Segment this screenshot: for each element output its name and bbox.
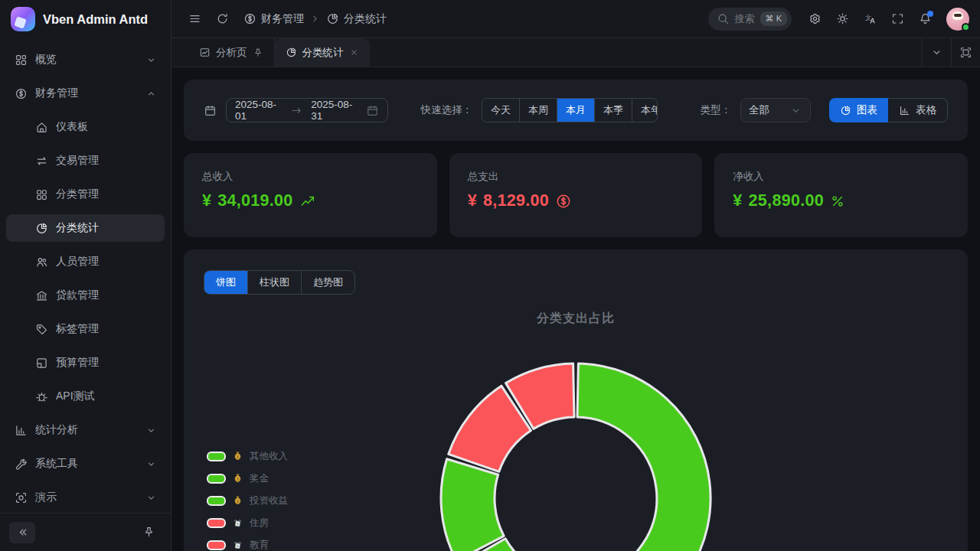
sidebar-item-统计分析[interactable]: 统计分析 <box>6 416 165 444</box>
bar-chart-icon <box>15 424 28 437</box>
sidebar-item-仪表板[interactable]: 仪表板 <box>6 113 165 141</box>
chart-tab-柱状图[interactable]: 柱状图 <box>247 271 301 294</box>
close-tab-icon[interactable] <box>349 47 359 57</box>
svg-text:$: $ <box>237 500 239 504</box>
tab-menu-dropdown-button[interactable] <box>922 38 951 67</box>
quick-select-本周[interactable]: 本周 <box>519 99 557 122</box>
chart-tab-趋势图[interactable]: 趋势图 <box>301 271 354 294</box>
svg-text:$: $ <box>237 455 239 459</box>
sidebar-item-系统工具[interactable]: 系统工具 <box>6 450 165 478</box>
theme-toggle-button[interactable] <box>830 7 854 31</box>
sidebar-item-交易管理[interactable]: 交易管理 <box>6 147 165 174</box>
donut-segment-其他收入[interactable] <box>577 364 710 551</box>
stat-label: 总支出 <box>468 170 684 184</box>
view-toggle-表格[interactable]: 表格 <box>888 98 948 122</box>
chart-legend: $其他收入$奖金$投资收益$住房$教育 <box>207 450 288 551</box>
quick-select-本季[interactable]: 本季 <box>594 99 632 122</box>
chevron-down-icon <box>145 54 157 66</box>
view-toggle: 图表表格 <box>829 98 948 122</box>
money-bag-icon: $ <box>232 451 243 462</box>
sidebar-menu: 概览财务管理仪表板交易管理分类管理分类统计人员管理贷款管理标签管理预算管理API… <box>0 38 171 513</box>
chevron-right-icon <box>309 12 322 25</box>
sidebar-item-分类管理[interactable]: 分类管理 <box>6 181 165 208</box>
sidebar-item-API测试[interactable]: API测试 <box>6 383 165 410</box>
fullscreen-button[interactable] <box>885 7 910 31</box>
pin-sidebar-button[interactable] <box>136 522 162 543</box>
date-range-picker[interactable]: 2025-08-01 2025-08-31 <box>226 98 388 122</box>
legend-item-投资收益[interactable]: $投资收益 <box>207 494 288 507</box>
breadcrumb-label: 分类统计 <box>344 12 387 26</box>
currency-symbol: ¥ <box>202 191 211 210</box>
calendar-icon <box>204 104 217 117</box>
chart-tab-饼图[interactable]: 饼图 <box>204 271 247 294</box>
avatar[interactable] <box>946 8 969 31</box>
trend-up-icon <box>299 193 316 210</box>
sidebar-item-概览[interactable]: 概览 <box>6 46 165 73</box>
sidebar-item-标签管理[interactable]: 标签管理 <box>6 315 165 343</box>
maximize-content-button[interactable] <box>951 38 980 67</box>
stat-amount: 8,129.00 <box>483 191 549 210</box>
tab-分类统计[interactable]: 分类统计 <box>275 38 370 67</box>
percent-icon <box>830 194 845 209</box>
sidebar-item-label: 系统工具 <box>35 457 138 471</box>
sidebar-item-label: 仪表板 <box>56 120 157 134</box>
view-toggle-label: 图表 <box>857 103 877 117</box>
quick-select-label: 快速选择： <box>420 103 472 117</box>
sun-icon <box>836 12 849 25</box>
breadcrumb-item-category-stats[interactable]: 分类统计 <box>326 12 387 26</box>
donut-segment-投资收益[interactable] <box>441 459 504 551</box>
type-label: 类型： <box>701 103 732 117</box>
breadcrumb-item-finance[interactable]: 财务管理 <box>243 12 304 26</box>
tab-分析页[interactable]: 分析页 <box>188 38 275 67</box>
settings-button[interactable] <box>802 7 827 31</box>
app-logo-row[interactable]: Vben Admin Antd <box>0 0 171 38</box>
sidebar-item-分类统计[interactable]: 分类统计 <box>6 214 165 242</box>
sidebar-item-演示[interactable]: 演示 <box>6 484 165 511</box>
refresh-button[interactable] <box>210 7 234 31</box>
quick-select-本年[interactable]: 本年 <box>632 99 658 122</box>
money-bag-icon: $ <box>232 473 243 484</box>
legend-item-住房[interactable]: $住房 <box>207 517 288 530</box>
chevron-up-icon <box>145 88 157 99</box>
search-input[interactable]: 搜索 ⌘ K <box>708 8 792 31</box>
sidebar-item-label: 人员管理 <box>56 255 157 269</box>
pin-icon[interactable] <box>253 47 263 58</box>
stat-amount: 25,890.00 <box>749 191 824 210</box>
header: 财务管理 分类统计 搜索 ⌘ K 文 <box>172 0 980 38</box>
chart-card: 饼图柱状图趋势图 分类支出占比 $其他收入$奖金$投资收益$住房$教育 <box>184 249 968 551</box>
quick-select-今天[interactable]: 今天 <box>482 99 519 122</box>
sidebar-item-财务管理[interactable]: 财务管理 <box>6 80 165 107</box>
sidebar-item-label: 分类管理 <box>56 187 157 201</box>
stat-value: ¥25,890.00 <box>733 191 949 210</box>
sidebar-item-人员管理[interactable]: 人员管理 <box>6 248 165 276</box>
chevron-down-icon <box>145 425 157 436</box>
sidebar-item-label: 分类统计 <box>56 221 157 235</box>
sidebar-item-label: API测试 <box>56 390 157 403</box>
bug-icon <box>35 390 48 403</box>
notifications-button[interactable] <box>913 7 937 31</box>
hamburger-menu-button[interactable] <box>182 7 207 31</box>
type-select[interactable]: 全部 <box>740 98 811 122</box>
sidebar-item-label: 标签管理 <box>56 322 157 336</box>
sidebar-item-预算管理[interactable]: 预算管理 <box>6 349 165 377</box>
legend-item-奖金[interactable]: $奖金 <box>207 472 288 485</box>
chart-type-tabs: 饼图柱状图趋势图 <box>204 270 355 295</box>
chevron-down-icon <box>930 46 943 59</box>
legend-item-其他收入[interactable]: $其他收入 <box>207 450 288 463</box>
quick-select-本月[interactable]: 本月 <box>557 99 594 122</box>
fullscreen-icon <box>891 12 904 25</box>
collapse-sidebar-button[interactable] <box>9 522 35 543</box>
donut-chart[interactable] <box>184 295 968 551</box>
money-bag-icon: $ <box>232 495 243 507</box>
swap-icon <box>35 155 48 168</box>
view-toggle-图表[interactable]: 图表 <box>829 98 888 122</box>
stat-value: ¥8,129.00 <box>468 191 684 210</box>
pie-icon <box>326 12 339 25</box>
app-logo-icon <box>11 7 35 31</box>
language-button[interactable]: 文 <box>858 7 882 31</box>
legend-item-教育[interactable]: $教育 <box>207 539 288 551</box>
home-icon <box>35 121 48 134</box>
calendar-icon <box>366 104 379 117</box>
stat-card-total-income: 总收入 ¥34,019.00 <box>184 153 437 237</box>
sidebar-item-贷款管理[interactable]: 贷款管理 <box>6 282 165 309</box>
